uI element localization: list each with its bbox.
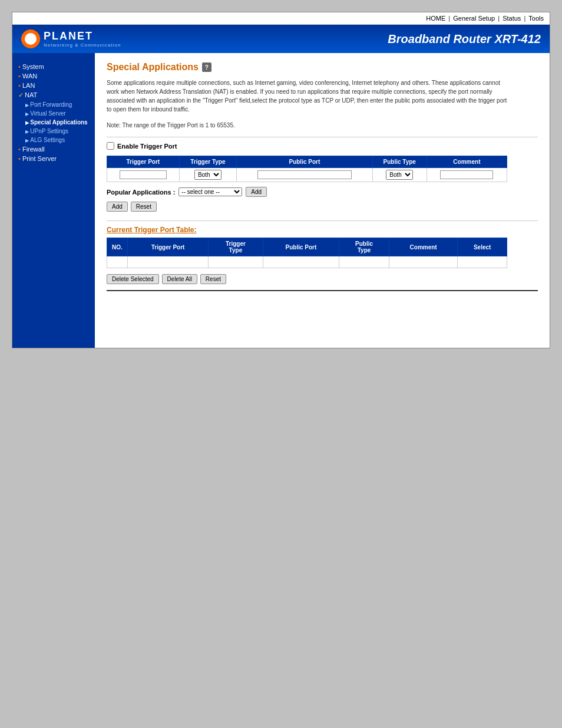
col-public-type: Public Type (372, 156, 427, 168)
current-col-public-port: Public Port (263, 238, 339, 256)
trigger-port-input[interactable] (120, 170, 167, 179)
current-trigger-table: NO. Trigger Port Trigger Type Public Por… (107, 238, 507, 268)
sidebar-item-lan[interactable]: LAN (18, 81, 89, 90)
note-text: Note: The range of the Trigger Port is 1… (107, 121, 507, 130)
main-layout: System WAN LAN NAT Port Forwarding Virtu… (12, 53, 550, 348)
section-divider-2 (107, 220, 538, 221)
public-type-select[interactable]: Both TCP UDP (386, 170, 413, 180)
table-reset-button[interactable]: Reset (200, 274, 226, 284)
sidebar-item-virtual-server[interactable]: Virtual Server (18, 109, 89, 118)
logo-icon (21, 29, 40, 48)
popular-apps-label: Popular Applications : (107, 189, 175, 196)
sidebar-item-special-applications[interactable]: Special Applications (18, 118, 89, 127)
popular-apps-row: Popular Applications : -- select one -- … (107, 187, 538, 197)
trigger-type-select[interactable]: Both TCP UDP (194, 170, 222, 180)
sidebar-item-system[interactable]: System (18, 62, 89, 71)
sidebar-item-upnp-settings[interactable]: UPnP Settings (18, 127, 89, 136)
sidebar-item-print-server[interactable]: Print Server (18, 154, 89, 163)
add-button[interactable]: Add (107, 202, 128, 212)
sidebar-item-firewall[interactable]: Firewall (18, 144, 89, 154)
logo-text: PLANET (44, 30, 93, 42)
nav-home[interactable]: HOME (426, 15, 445, 22)
delete-buttons: Delete Selected Delete All Reset (107, 274, 538, 284)
logo-area: PLANET Networking & Communication (21, 29, 121, 48)
col-public-port: Public Port (237, 156, 373, 168)
description-text: Some applications require multiple conne… (107, 78, 507, 114)
content-area: Special Applications ? Some applications… (95, 53, 550, 348)
delete-selected-button[interactable]: Delete Selected (107, 274, 159, 284)
current-col-select: Select (458, 238, 507, 256)
enable-trigger-label: Enable Trigger Port (117, 143, 177, 150)
nav-tools[interactable]: Tools (528, 15, 544, 22)
logo-subtext: Networking & Communication (44, 42, 121, 48)
current-col-no: NO. (107, 238, 128, 256)
bottom-border (107, 290, 538, 291)
sidebar: System WAN LAN NAT Port Forwarding Virtu… (12, 53, 95, 348)
public-port-input[interactable] (257, 170, 352, 179)
reset-button[interactable]: Reset (131, 202, 157, 212)
col-trigger-type: Trigger Type (179, 156, 236, 168)
comment-input[interactable] (440, 170, 493, 179)
section-divider (107, 137, 538, 137)
sidebar-item-wan[interactable]: WAN (18, 71, 89, 81)
popular-apps-select[interactable]: -- select one -- MSN Gaming Zone ICU II … (178, 187, 242, 196)
nav-status[interactable]: Status (503, 15, 521, 22)
current-col-comment: Comment (389, 238, 457, 256)
sidebar-item-alg-settings[interactable]: ALG Settings (18, 136, 89, 144)
nav-general-setup[interactable]: General Setup (453, 15, 495, 22)
current-col-trigger-port: Trigger Port (128, 238, 209, 256)
enable-trigger-row: Enable Trigger Port (107, 142, 538, 150)
current-col-trigger-type: Trigger Type (209, 238, 263, 256)
current-table-empty-row (107, 256, 507, 268)
col-trigger-port: Trigger Port (107, 156, 180, 168)
sidebar-item-nat[interactable]: NAT (18, 90, 89, 100)
popular-apps-add-button[interactable]: Add (246, 187, 267, 197)
config-table: Trigger Port Trigger Type Public Port Pu… (107, 156, 507, 182)
col-comment: Comment (427, 156, 507, 168)
sidebar-item-port-forwarding[interactable]: Port Forwarding (18, 100, 89, 109)
page-title: Special Applications ? (107, 62, 538, 73)
help-icon[interactable]: ? (202, 62, 211, 72)
enable-trigger-checkbox[interactable] (107, 142, 114, 150)
action-buttons: Add Reset (107, 202, 538, 212)
config-table-row: Both TCP UDP Both (107, 168, 507, 182)
current-col-public-type: Public Type (339, 238, 389, 256)
current-table-title: Current Trigger Port Table: (107, 226, 538, 234)
router-title: Broadband Router XRT-412 (388, 32, 541, 46)
header: PLANET Networking & Communication Broadb… (12, 25, 550, 53)
top-navigation: HOME | General Setup | Status | Tools (12, 12, 550, 25)
delete-all-button[interactable]: Delete All (162, 274, 197, 284)
